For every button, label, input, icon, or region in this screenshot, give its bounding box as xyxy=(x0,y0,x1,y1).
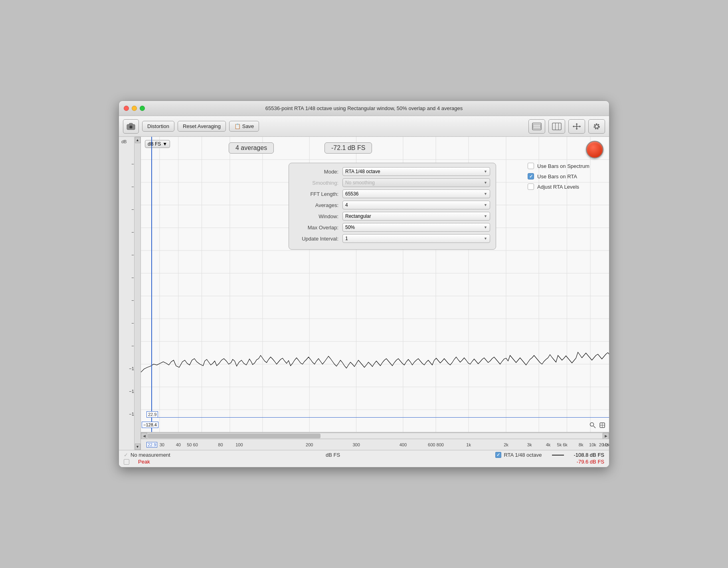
scroll-down-arrow[interactable]: ▼ xyxy=(135,444,140,450)
mode-select[interactable]: RTA 1/48 octave ▼ xyxy=(342,167,490,176)
checkboxes-panel: Use Bars on Spectrum ✓ Use Bars on RTA A… xyxy=(528,163,603,194)
rta-level-value: -108.8 dB FS xyxy=(574,452,604,458)
window-title: 65536-point RTA 1/48 octave using Rectan… xyxy=(265,105,463,111)
resize-icon xyxy=(572,122,582,131)
window-dropdown-arrow: ▼ xyxy=(484,214,487,218)
svg-point-2 xyxy=(130,126,132,128)
save-icon: 📋 xyxy=(234,123,241,129)
x-label-3k: 3k xyxy=(527,442,532,447)
mode-label: Mode: xyxy=(295,169,342,175)
horizontal-scrollbar: ◀ ▶ xyxy=(141,432,609,439)
max-overlap-label: Max Overlap: xyxy=(295,225,342,231)
mode-dropdown-arrow: ▼ xyxy=(484,170,487,174)
update-interval-select[interactable]: 1 ▼ xyxy=(342,234,490,243)
x-label-2k: 2k xyxy=(504,442,508,447)
distortion-button[interactable]: Distortion xyxy=(142,121,174,132)
settings-button[interactable] xyxy=(588,119,605,134)
status-bar: ✓ No measurement dB FS ✓ RTA 1/48 octave… xyxy=(119,450,609,467)
svg-marker-12 xyxy=(573,125,574,127)
smoothing-label: Smoothing: xyxy=(295,180,342,186)
main-area: dB −10 −20 −30 −40 −50 −60 −70 −80 −90 −… xyxy=(119,137,609,450)
peak-label: Peak xyxy=(138,459,150,465)
avg-dropdown-arrow: ▼ xyxy=(484,203,487,207)
status-row-2: Peak -79.6 dB FS xyxy=(124,459,604,465)
x-label-80: 80 xyxy=(218,442,223,447)
record-button[interactable] xyxy=(586,141,603,158)
interval-dropdown-arrow: ▼ xyxy=(484,237,487,241)
save-button[interactable]: 📋 Save xyxy=(229,121,259,132)
window-select[interactable]: Rectangular ▼ xyxy=(342,212,490,221)
svg-marker-14 xyxy=(576,123,578,124)
chart-area: 22.9 −128.4 dB FS ▼ 4 averages -72.1 dB … xyxy=(141,137,609,432)
averages-badge: 4 averages xyxy=(229,142,274,154)
fft-length-row: FFT Length: 65536 ▼ xyxy=(295,189,490,198)
x-label-300: 300 xyxy=(352,442,360,447)
cursor-tools-icon[interactable] xyxy=(599,422,606,429)
svg-line-45 xyxy=(593,426,595,428)
reset-averaging-button[interactable]: Reset Averaging xyxy=(178,121,226,132)
use-bars-spectrum-row: Use Bars on Spectrum xyxy=(528,163,603,169)
averages-select[interactable]: 4 ▼ xyxy=(342,201,490,209)
reference-line xyxy=(151,417,609,418)
zoom-icon[interactable] xyxy=(589,422,596,429)
max-overlap-select[interactable]: 50% ▼ xyxy=(342,223,490,232)
x-label-30: 30 xyxy=(160,442,164,447)
x-label-5060: 50 60 xyxy=(187,442,198,447)
camera-button[interactable] xyxy=(123,119,139,134)
level-badge: -72.1 dB FS xyxy=(324,142,372,154)
svg-rect-7 xyxy=(552,123,561,130)
chart-icons-row xyxy=(589,422,606,429)
svg-marker-13 xyxy=(580,125,581,127)
scroll-thumb[interactable] xyxy=(148,434,320,438)
window-row: Window: Rectangular ▼ xyxy=(295,212,490,221)
y-axis-ruler: dB −10 −20 −30 −40 −50 −60 −70 −80 −90 −… xyxy=(119,137,141,450)
x-axis: 22.9 30 40 50 60 80 100 200 300 400 600 … xyxy=(141,439,609,450)
svg-rect-3 xyxy=(129,123,133,125)
multi-panel-icon xyxy=(552,122,562,131)
gear-icon xyxy=(592,121,601,132)
use-bars-spectrum-checkbox[interactable] xyxy=(528,163,534,169)
x-label-40: 40 xyxy=(176,442,181,447)
maximize-button[interactable] xyxy=(140,106,145,111)
v-scrollbar: ▲ ▼ xyxy=(134,137,140,450)
use-bars-rta-checkbox[interactable]: ✓ xyxy=(528,173,534,179)
dropdown-arrow-icon: ▼ xyxy=(162,141,167,147)
rta-checkbox[interactable]: ✓ xyxy=(495,452,501,458)
averages-row: Averages: 4 ▼ xyxy=(295,201,490,209)
fft-length-select[interactable]: 65536 ▼ xyxy=(342,189,490,198)
chart-container: 22.9 −128.4 dB FS ▼ 4 averages -72.1 dB … xyxy=(141,137,609,450)
scroll-right-arrow[interactable]: ▶ xyxy=(603,433,609,439)
averages-label: Averages: xyxy=(295,202,342,208)
mode-row: Mode: RTA 1/48 octave ▼ xyxy=(295,167,490,176)
spectrum-view-button[interactable] xyxy=(528,119,545,134)
close-button[interactable] xyxy=(124,106,129,111)
update-interval-label: Update Interval: xyxy=(295,236,342,242)
minimize-button[interactable] xyxy=(132,106,137,111)
scroll-track[interactable] xyxy=(148,434,602,438)
x-label-600800: 600 800 xyxy=(428,442,444,447)
svg-point-44 xyxy=(590,423,594,426)
scroll-left-arrow[interactable]: ◀ xyxy=(141,433,147,439)
titlebar: 65536-point RTA 1/48 octave using Rectan… xyxy=(119,101,609,116)
scroll-up-arrow[interactable]: ▲ xyxy=(135,137,140,143)
resize-button[interactable] xyxy=(568,119,585,134)
no-measurement-item: ✓ No measurement xyxy=(124,452,170,458)
rta-status-item: ✓ RTA 1/48 octave xyxy=(495,452,542,458)
peak-value: -79.6 dB FS xyxy=(577,459,604,465)
db-fs-dropdown[interactable]: dB FS ▼ xyxy=(145,140,170,148)
multi-panel-button[interactable] xyxy=(548,119,565,134)
spectrum-view-icon xyxy=(532,122,542,131)
x-label-100: 100 xyxy=(235,442,243,447)
x-label-cursor: 22.9 xyxy=(146,442,157,448)
svg-marker-15 xyxy=(576,128,578,130)
x-label-1k: 1k xyxy=(466,442,471,447)
smoothing-select[interactable]: No smoothing ▼ xyxy=(342,178,490,187)
adjust-rta-levels-row: Adjust RTA Levels xyxy=(528,183,603,190)
rta-level-line xyxy=(552,455,564,456)
main-window: 65536-point RTA 1/48 octave using Rectan… xyxy=(119,101,609,467)
peak-checkbox[interactable] xyxy=(124,459,129,465)
x-label-10k: 10k xyxy=(589,442,596,447)
adjust-rta-levels-checkbox[interactable] xyxy=(528,183,534,190)
db-fs-status: dB FS xyxy=(326,452,340,458)
rta-checkmark-icon: ✓ xyxy=(497,452,500,458)
